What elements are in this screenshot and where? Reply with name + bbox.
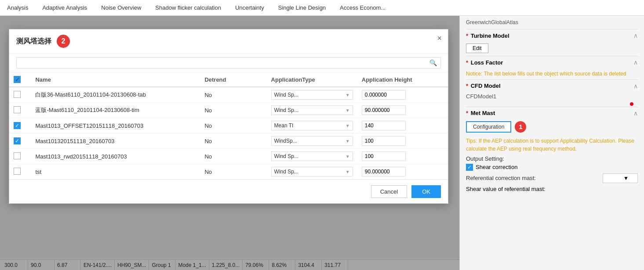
row-appheight-input[interactable]	[362, 121, 406, 130]
row-detrend: No	[200, 133, 266, 149]
cfd-model-label: * CFD Model	[466, 83, 501, 89]
turbine-model-section: * Turbine Model ∧	[466, 29, 638, 42]
shear-correction-row: ✓ Shear correction	[466, 164, 638, 171]
dropdown-icon: ▼	[346, 154, 350, 159]
shear-value-label: Shear value of referential mast:	[466, 186, 546, 192]
search-input[interactable]	[20, 60, 429, 66]
row-checkbox[interactable]	[14, 91, 21, 98]
ok-button[interactable]: OK	[411, 185, 441, 198]
search-icon: 🔍	[429, 59, 437, 66]
row-detrend: No	[200, 87, 266, 103]
search-row: 🔍	[9, 54, 448, 72]
nav-item-access[interactable]: Access Econom...	[337, 4, 388, 11]
header-name: Name	[31, 72, 200, 87]
loss-factor-section: * Loss Factor ∧	[466, 56, 638, 68]
row-apptype-cell: Wind Sp...▼	[267, 164, 357, 180]
row-apptype-value: Mean TI	[274, 122, 344, 129]
row-apptype-select[interactable]: Mean TI▼	[271, 121, 353, 130]
top-nav: Analysis Adaptive Analysis Noise Overvie…	[0, 0, 644, 16]
configuration-button[interactable]: Configuration	[466, 121, 511, 133]
nav-item-uncertainty[interactable]: Uncertainty	[233, 4, 267, 11]
row-appheight-cell	[357, 118, 448, 133]
row-checkbox[interactable]: ✓	[14, 137, 21, 144]
modal-badge: 2	[57, 35, 70, 48]
ref-correction-mast-row: Referential correction mast: ▼	[466, 173, 638, 183]
row-apptype-cell: Wind Sp...▼	[267, 149, 357, 164]
row-appheight-input[interactable]	[362, 151, 406, 161]
row-apptype-select[interactable]: Wind Sp...▼	[271, 167, 353, 176]
row-checkbox[interactable]	[14, 152, 21, 159]
row-checkbox[interactable]	[14, 168, 21, 175]
table-row: Mast1013_rwd20151118_20160703NoWind Sp..…	[9, 149, 448, 164]
content-area: 300.0 90.0 6.87 EN-141/2.... HH90_SM... …	[0, 16, 459, 270]
nav-item-noise[interactable]: Noise Overview	[98, 4, 144, 11]
modal-close-button[interactable]: ×	[437, 34, 442, 43]
turbine-edit-button[interactable]: Edit	[466, 43, 488, 53]
right-panel: GreenwichGlobalAtlas * Turbine Model ∧ E…	[459, 16, 644, 270]
met-mast-label: * Met Mast	[466, 110, 495, 116]
row-checkbox-cell	[9, 87, 31, 103]
cancel-button[interactable]: Cancel	[371, 185, 407, 198]
row-name: 白版36-Mast6110_20101104-20130608-tab	[31, 87, 200, 103]
shear-correction-checkbox[interactable]: ✓	[466, 164, 473, 171]
header-checkbox[interactable]: ✓	[14, 76, 21, 83]
modal-dialog: 测风塔选择 2 × 🔍	[9, 29, 448, 204]
row-detrend: No	[200, 149, 266, 164]
header-appheight: Application Height	[357, 72, 448, 87]
nav-item-sld[interactable]: Single Line Design	[276, 4, 328, 11]
row-appheight-input[interactable]	[362, 167, 406, 176]
nav-item-shadow[interactable]: Shadow flicker calculation	[153, 4, 224, 11]
row-apptype-select[interactable]: WindSp...▼	[271, 136, 353, 146]
atlas-name: GreenwichGlobalAtlas	[466, 19, 638, 25]
row-checkbox[interactable]	[14, 106, 21, 113]
row-appheight-cell	[357, 164, 448, 180]
met-mast-config-row: Configuration 1	[466, 119, 638, 134]
row-apptype-select[interactable]: Wind Sp...▼	[271, 90, 353, 100]
turbine-model-label: * Turbine Model	[466, 32, 509, 39]
met-mast-badge: 1	[515, 121, 526, 133]
row-appheight-input[interactable]	[362, 90, 406, 100]
met-mast-section: * Met Mast ∧	[466, 107, 638, 119]
row-apptype-select[interactable]: Wind Sp...▼	[271, 105, 353, 115]
nav-item-analysis[interactable]: Analysis	[4, 4, 31, 11]
row-appheight-cell	[357, 149, 448, 164]
row-apptype-cell: Mean TI▼	[267, 118, 357, 133]
shear-correction-label: Shear correction	[476, 164, 517, 170]
row-checkbox-cell	[9, 164, 31, 180]
row-apptype-cell: WindSp...▼	[267, 133, 357, 149]
row-appheight-input[interactable]	[362, 136, 406, 146]
row-name: Mast1013_rwd20151118_20160703	[31, 149, 200, 164]
table-row: ✓Mast101320151118_20160703NoWindSp...▼	[9, 133, 448, 149]
header-detrend: Detrend	[200, 72, 266, 87]
row-apptype-value: Wind Sp...	[274, 92, 344, 98]
row-name: Mast101320151118_20160703	[31, 133, 200, 149]
loss-factor-chevron[interactable]: ∧	[633, 59, 638, 66]
dropdown-icon: ▼	[346, 169, 350, 174]
search-input-wrap[interactable]: 🔍	[16, 57, 441, 68]
dropdown-icon: ▼	[346, 93, 350, 97]
row-apptype-value: Wind Sp...	[274, 107, 344, 113]
row-detrend: No	[200, 118, 266, 133]
table-row: 蓝版-Mast6110_20101104-20130608-timNoWind …	[9, 103, 448, 118]
table-container: ✓ Name Detrend ApplicationType Applicati…	[9, 72, 448, 180]
header-checkbox-col: ✓	[9, 72, 31, 87]
row-appheight-cell	[357, 133, 448, 149]
row-appheight-input[interactable]	[362, 105, 406, 115]
header-apptype: ApplicationType	[267, 72, 357, 87]
output-setting-label: Output Setting:	[466, 155, 638, 162]
cfd-model-chevron[interactable]: ∧	[633, 83, 638, 90]
row-appheight-cell	[357, 103, 448, 118]
ref-correction-mast-dropdown[interactable]: ▼	[603, 173, 638, 183]
row-apptype-select[interactable]: Wind Sp...▼	[271, 151, 353, 161]
met-mast-tips: Tips: If the AEP calculation is to suppo…	[466, 137, 638, 153]
dropdown-icon: ▼	[346, 123, 350, 128]
row-detrend: No	[200, 164, 266, 180]
table-row: ✓Mast1013_OFFSET120151118_20160703NoMean…	[9, 118, 448, 133]
turbine-model-chevron[interactable]: ∧	[633, 32, 638, 39]
met-mast-chevron[interactable]: ∧	[633, 110, 638, 117]
row-name: Mast1013_OFFSET120151118_20160703	[31, 118, 200, 133]
table-row: tstNoWind Sp...▼	[9, 164, 448, 180]
nav-item-adaptive[interactable]: Adaptive Analysis	[40, 4, 90, 11]
shear-value-row: Shear value of referential mast:	[466, 186, 638, 192]
row-checkbox[interactable]: ✓	[14, 122, 21, 129]
